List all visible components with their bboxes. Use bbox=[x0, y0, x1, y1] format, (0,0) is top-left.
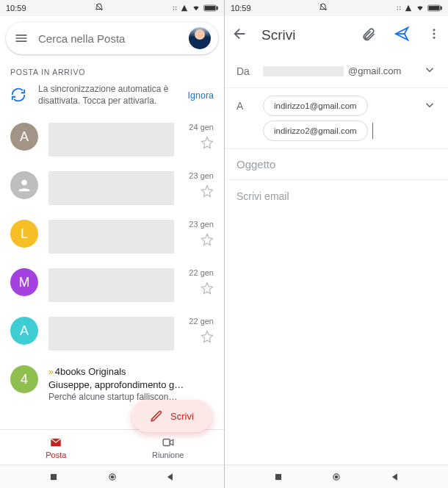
email-date: 22 gen bbox=[189, 317, 214, 326]
chevron-down-icon[interactable] bbox=[423, 63, 436, 79]
from-row[interactable]: Da @gmail.com bbox=[225, 54, 448, 88]
star-icon[interactable] bbox=[200, 184, 214, 201]
svg-point-15 bbox=[400, 9, 400, 10]
svg-point-19 bbox=[433, 29, 436, 31]
more-icon[interactable] bbox=[427, 27, 441, 43]
signal-icon bbox=[404, 4, 413, 12]
status-right bbox=[172, 4, 218, 12]
svg-rect-8 bbox=[163, 439, 170, 445]
star-icon[interactable] bbox=[200, 136, 214, 152]
from-label: Da bbox=[236, 65, 256, 77]
svg-point-21 bbox=[433, 37, 436, 39]
sync-icon bbox=[10, 87, 28, 104]
svg-rect-22 bbox=[275, 473, 281, 479]
subject-input[interactable]: Oggetto bbox=[225, 149, 448, 180]
svg-rect-18 bbox=[441, 7, 441, 10]
redacted-body bbox=[48, 171, 174, 205]
tab-meet[interactable]: Riunione bbox=[112, 430, 225, 464]
recipient-chip[interactable]: indirizzo2@gmail.com bbox=[263, 121, 368, 141]
svg-point-20 bbox=[433, 33, 436, 35]
sync-notice-ignore[interactable]: Ignora bbox=[188, 90, 214, 101]
wifi-icon bbox=[191, 4, 201, 12]
signal-icon bbox=[180, 4, 189, 12]
nav-back-icon[interactable] bbox=[390, 472, 400, 482]
battery-icon bbox=[203, 4, 218, 12]
svg-rect-5 bbox=[205, 6, 215, 10]
back-arrow-icon[interactable] bbox=[232, 26, 248, 45]
to-label: A bbox=[236, 96, 256, 112]
email-row[interactable]: 23 gen bbox=[0, 164, 224, 212]
redacted-body bbox=[48, 123, 174, 157]
svg-point-1 bbox=[176, 7, 176, 7]
nav-recent-icon[interactable] bbox=[48, 472, 59, 482]
sync-notice-text: La sincronizzazione automatica è disatti… bbox=[38, 84, 178, 107]
notification-silent-icon bbox=[95, 3, 104, 13]
email-row[interactable]: A 22 gen bbox=[0, 309, 224, 358]
chevron-down-icon[interactable] bbox=[423, 98, 436, 114]
nav-home-icon[interactable] bbox=[107, 472, 118, 482]
sender-avatar: 4 bbox=[10, 365, 38, 393]
sync-notice[interactable]: La sincronizzazione automatica è disatti… bbox=[0, 81, 224, 115]
bottom-tabs: Posta Riunione bbox=[0, 429, 224, 464]
redacted-body bbox=[48, 317, 174, 351]
svg-point-12 bbox=[397, 7, 398, 7]
account-avatar[interactable] bbox=[189, 27, 211, 49]
email-row[interactable]: L 23 gen bbox=[0, 212, 224, 261]
nav-home-icon[interactable] bbox=[331, 472, 342, 482]
redacted-body bbox=[48, 220, 174, 254]
star-icon[interactable] bbox=[200, 233, 214, 249]
email-date: 24 gen bbox=[189, 123, 214, 132]
menu-icon[interactable] bbox=[13, 30, 29, 46]
star-icon[interactable] bbox=[200, 330, 214, 346]
recipient-chip[interactable]: indirizzo1@gmail.com bbox=[263, 96, 368, 116]
email-date: 22 gen bbox=[189, 268, 214, 277]
svg-point-14 bbox=[397, 9, 398, 10]
email-sender: 4books Originals bbox=[55, 366, 126, 377]
sender-avatar: L bbox=[10, 220, 38, 248]
android-navbar bbox=[0, 464, 224, 488]
tab-mail[interactable]: Posta bbox=[0, 430, 112, 464]
video-icon bbox=[160, 436, 176, 449]
mail-icon bbox=[48, 436, 64, 449]
notification-silent-icon bbox=[319, 3, 328, 13]
status-right bbox=[396, 4, 442, 12]
text-cursor bbox=[372, 123, 373, 139]
email-row[interactable]: A 24 gen bbox=[0, 115, 224, 164]
email-date: 23 gen bbox=[189, 171, 214, 180]
phone-compose: 10:59 Scrivi Da @gmail.com bbox=[224, 0, 448, 488]
status-time: 10:59 bbox=[6, 4, 26, 12]
tab-mail-label: Posta bbox=[46, 451, 66, 459]
compose-title: Scrivi bbox=[261, 27, 348, 43]
search-wrap: Cerca nella Posta bbox=[0, 16, 224, 60]
svg-rect-9 bbox=[51, 473, 57, 479]
nav-recent-icon[interactable] bbox=[273, 472, 283, 482]
sender-avatar: A bbox=[10, 317, 38, 345]
to-row[interactable]: A indirizzo1@gmail.com indirizzo2@gmail.… bbox=[225, 88, 448, 148]
compose-fab[interactable]: Scrivi bbox=[131, 400, 212, 432]
tab-meet-label: Riunione bbox=[152, 451, 184, 459]
email-row[interactable]: M 22 gen bbox=[0, 261, 224, 309]
star-icon[interactable] bbox=[200, 281, 214, 298]
svg-point-0 bbox=[173, 7, 174, 7]
sender-avatar bbox=[10, 171, 38, 199]
send-icon[interactable] bbox=[394, 26, 410, 45]
search-bar[interactable]: Cerca nella Posta bbox=[6, 22, 218, 54]
body-input[interactable]: Scrivi email bbox=[225, 180, 448, 212]
status-bar: 10:59 bbox=[0, 0, 224, 16]
svg-point-7 bbox=[21, 180, 26, 185]
email-date: 23 gen bbox=[189, 220, 214, 229]
android-navbar bbox=[225, 464, 448, 488]
from-suffix: @gmail.com bbox=[348, 65, 401, 76]
promo-icon: » bbox=[48, 367, 54, 377]
status-time: 10:59 bbox=[231, 4, 251, 12]
wifi-icon bbox=[415, 4, 425, 12]
status-bar: 10:59 bbox=[225, 0, 448, 16]
attach-icon[interactable] bbox=[361, 26, 376, 44]
sender-avatar: M bbox=[10, 268, 38, 296]
svg-point-2 bbox=[173, 9, 174, 10]
battery-icon bbox=[427, 4, 442, 12]
nav-back-icon[interactable] bbox=[165, 472, 176, 482]
redacted-body bbox=[48, 268, 174, 302]
search-placeholder: Cerca nella Posta bbox=[38, 32, 180, 45]
pencil-icon bbox=[150, 409, 163, 423]
